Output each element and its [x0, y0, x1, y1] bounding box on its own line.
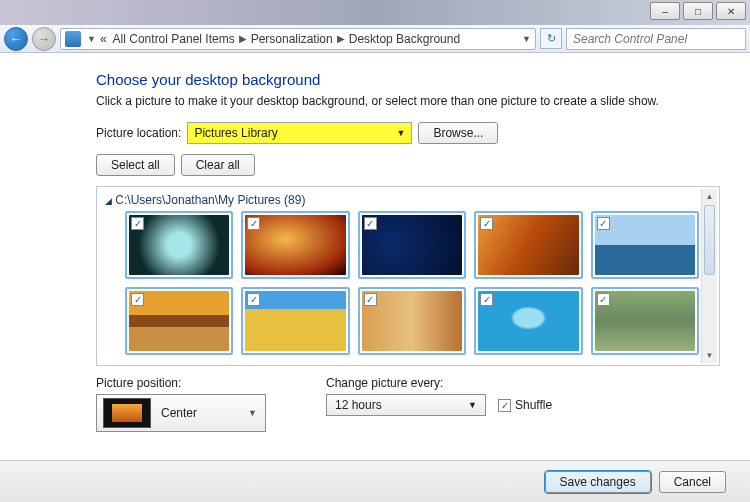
thumbnail-image	[478, 215, 578, 275]
thumbnail-checkbox[interactable]: ✓	[247, 217, 260, 230]
chevron-right-icon: ▶	[337, 33, 345, 44]
thumbnail-checkbox[interactable]: ✓	[597, 293, 610, 306]
thumbnail[interactable]: ✓	[125, 287, 233, 355]
gallery-group-header[interactable]: ◢ C:\Users\Jonathan\My Pictures (89)	[97, 187, 719, 211]
thumbnail-image	[595, 291, 695, 351]
thumbnail-checkbox[interactable]: ✓	[247, 293, 260, 306]
minimize-button[interactable]: –	[650, 2, 680, 20]
gallery-group-name: C:\Users\Jonathan\My Pictures (89)	[115, 193, 305, 207]
desktop-backdrop	[0, 0, 750, 25]
thumbnail-image	[595, 215, 695, 275]
thumbnail[interactable]: ✓	[591, 211, 699, 279]
thumbnail[interactable]: ✓	[474, 287, 582, 355]
position-preview	[103, 398, 151, 428]
picture-position-dropdown[interactable]: Center ▼	[96, 394, 266, 432]
save-changes-button[interactable]: Save changes	[545, 471, 651, 493]
thumbnail-image	[362, 291, 462, 351]
picture-location-value: Pictures Library	[194, 126, 277, 140]
nav-bar: ← → ▼ « All Control Panel Items ▶ Person…	[0, 25, 750, 53]
picture-position-value: Center	[157, 406, 240, 420]
crumb-desktop-background[interactable]: Desktop Background	[347, 32, 462, 46]
thumbnail-checkbox[interactable]: ✓	[480, 293, 493, 306]
chevron-down-icon: ▼	[468, 400, 477, 410]
thumbnail[interactable]: ✓	[241, 211, 349, 279]
chevron-down-icon: ▼	[396, 128, 405, 138]
cancel-button[interactable]: Cancel	[659, 471, 726, 493]
breadcrumb[interactable]: ▼ « All Control Panel Items ▶ Personaliz…	[60, 28, 536, 50]
thumbnail-checkbox[interactable]: ✓	[364, 217, 377, 230]
change-every-label: Change picture every:	[326, 376, 552, 390]
chevron-down-icon: ▼	[240, 408, 265, 418]
refresh-button[interactable]: ↻	[540, 28, 562, 49]
thumbnail-checkbox[interactable]: ✓	[131, 217, 144, 230]
scrollbar[interactable]: ▲ ▼	[701, 189, 717, 363]
thumbnail[interactable]: ✓	[358, 211, 466, 279]
chevron-right-icon: ▶	[239, 33, 247, 44]
change-every-value: 12 hours	[335, 398, 382, 412]
page-title: Choose your desktop background	[96, 71, 720, 88]
crumb-prefix: «	[98, 32, 109, 46]
thumbnail-image	[129, 215, 229, 275]
thumbnail[interactable]: ✓	[358, 287, 466, 355]
scroll-down-icon[interactable]: ▼	[702, 348, 717, 363]
thumbnail-image	[478, 291, 578, 351]
thumbnail[interactable]: ✓	[474, 211, 582, 279]
crumb-personalization[interactable]: Personalization	[249, 32, 335, 46]
picture-position-label: Picture position:	[96, 376, 266, 390]
back-button[interactable]: ←	[4, 27, 28, 51]
collapse-icon: ◢	[105, 196, 112, 206]
clear-all-button[interactable]: Clear all	[181, 154, 255, 176]
thumbnail-checkbox[interactable]: ✓	[131, 293, 144, 306]
select-all-button[interactable]: Select all	[96, 154, 175, 176]
thumbnail-image	[362, 215, 462, 275]
forward-button[interactable]: →	[32, 27, 56, 51]
scroll-up-icon[interactable]: ▲	[702, 189, 717, 204]
gallery: ◢ C:\Users\Jonathan\My Pictures (89) ✓✓✓…	[96, 186, 720, 366]
thumbnail-checkbox[interactable]: ✓	[364, 293, 377, 306]
thumbnail[interactable]: ✓	[241, 287, 349, 355]
search-input[interactable]	[566, 28, 746, 50]
scroll-thumb[interactable]	[704, 205, 715, 275]
picture-location-label: Picture location:	[96, 126, 181, 140]
shuffle-label: Shuffle	[515, 398, 552, 412]
maximize-button[interactable]: □	[683, 2, 713, 20]
content: Choose your desktop background Click a p…	[0, 53, 750, 502]
thumbnail[interactable]: ✓	[591, 287, 699, 355]
thumbnail-image	[129, 291, 229, 351]
control-panel-icon	[65, 31, 81, 47]
browse-button[interactable]: Browse...	[418, 122, 498, 144]
thumbnail-checkbox[interactable]: ✓	[597, 217, 610, 230]
thumbnail[interactable]: ✓	[125, 211, 233, 279]
change-every-dropdown[interactable]: 12 hours ▼	[326, 394, 486, 416]
shuffle-checkbox[interactable]: ✓	[498, 399, 511, 412]
close-button[interactable]: ✕	[716, 2, 746, 20]
crumb-all-items[interactable]: All Control Panel Items	[111, 32, 237, 46]
page-subtitle: Click a picture to make it your desktop …	[96, 94, 720, 108]
picture-location-dropdown[interactable]: Pictures Library ▼	[187, 122, 412, 144]
chevron-down-icon[interactable]: ▼	[83, 34, 96, 44]
thumbnail-checkbox[interactable]: ✓	[480, 217, 493, 230]
thumbnail-image	[245, 215, 345, 275]
footer: Save changes Cancel	[0, 460, 750, 502]
thumbnail-image	[245, 291, 345, 351]
chevron-down-icon[interactable]: ▼	[518, 34, 531, 44]
